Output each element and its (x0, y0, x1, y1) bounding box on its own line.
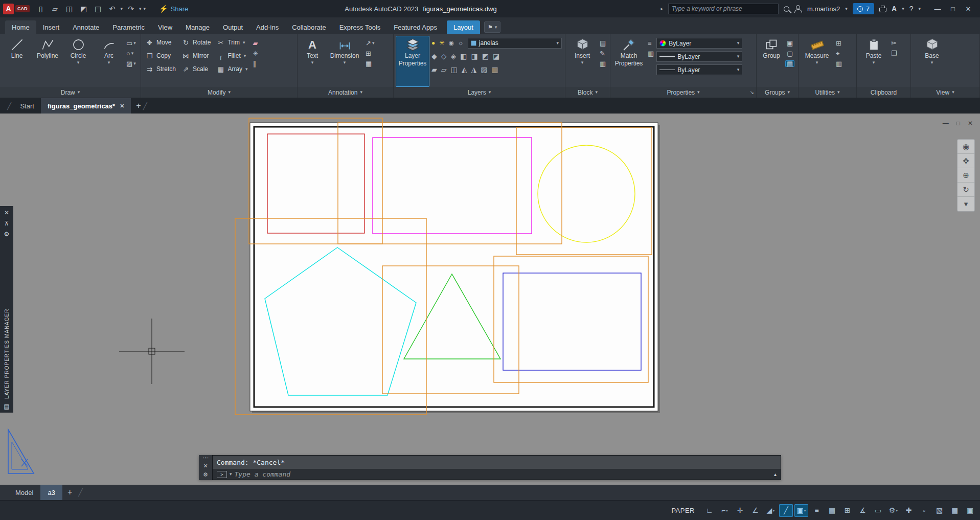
palette-title[interactable]: LAYER PROPERTIES MANAGER (4, 242, 10, 399)
share-button[interactable]: ⚡ Share (159, 5, 188, 13)
layer-tool-icon[interactable]: ◫ (451, 66, 458, 73)
measure-button[interactable]: Measure ▾ (801, 36, 833, 87)
arc-button[interactable]: Arc ▾ (94, 36, 124, 87)
drag-grip-icon[interactable]: ∷∷ (203, 456, 208, 460)
id-point-button[interactable]: ⌖ (834, 50, 844, 57)
layer-tool-icon[interactable]: ▰ (431, 66, 437, 73)
tab-parametric[interactable]: Parametric (106, 20, 151, 34)
tab-home[interactable]: Home (5, 20, 36, 34)
undo-chevron-icon[interactable]: ▾ (121, 7, 123, 11)
layer-properties-button[interactable]: Layer Properties (396, 36, 429, 87)
create-block-button[interactable]: ▤ (598, 40, 607, 47)
workspace-icon[interactable]: ⚙▾ (886, 504, 900, 517)
palette-settings-icon[interactable]: ⚙ (4, 231, 10, 237)
user-avatar-icon[interactable] (794, 5, 802, 13)
user-menu-chevron-icon[interactable]: ▾ (845, 7, 848, 11)
autodesk-app-icon[interactable]: A (892, 5, 897, 13)
tab-addins[interactable]: Add-ins (249, 20, 285, 34)
trial-countdown-badge[interactable]: 7 (853, 3, 874, 14)
array-button[interactable]: ▦Array▾ (214, 62, 250, 76)
save-icon[interactable]: ◫ (63, 5, 76, 12)
polar-tracking-icon[interactable]: ╱ (779, 504, 793, 517)
dynamic-input-icon[interactable]: ✛ (733, 504, 747, 517)
stretch-button[interactable]: ⇉Stretch (143, 62, 178, 76)
rotate-button[interactable]: ↻Rotate (179, 36, 213, 49)
palette-pin-icon[interactable]: ⊼ (5, 220, 9, 227)
offset-button[interactable]: ∥ (252, 60, 260, 67)
tab-collaborate[interactable]: Collaborate (285, 20, 333, 34)
layer-tool-icon[interactable]: ▨ (481, 66, 487, 73)
ribbon-display-options-button[interactable]: ⚑ ▾ (484, 21, 500, 33)
orbit-icon[interactable]: ↻ (958, 183, 974, 197)
dynamic-ucs-icon[interactable]: ▭ (871, 504, 885, 517)
search-icon[interactable] (784, 6, 789, 12)
redo-icon[interactable]: ↷ (125, 5, 137, 12)
linetype-dropdown[interactable]: ByLayer ▾ (656, 64, 742, 75)
layer-tool-icon[interactable]: ◮ (471, 66, 477, 73)
open-file-icon[interactable]: ▱ (49, 5, 61, 12)
object-snap-icon[interactable]: ▣▾ (794, 504, 808, 517)
layer-plot-icon[interactable]: ☼ (458, 40, 464, 46)
layer-freeze-icon[interactable]: ✳ (439, 40, 444, 46)
annotation-scale-icon[interactable]: ✚ (902, 504, 916, 517)
copy-clip-button[interactable]: ❐ (890, 50, 899, 57)
dialog-launcher-icon[interactable]: ↘ (750, 89, 754, 95)
trim-button[interactable]: ✂Trim▾ (214, 36, 250, 49)
group-edit-button[interactable]: ▢ (785, 50, 794, 57)
tab-featured-apps[interactable]: Featured Apps (387, 20, 444, 34)
layer-tool-icon[interactable]: ◨ (471, 53, 478, 60)
table-button[interactable]: ⊞ (364, 50, 376, 57)
help-button[interactable]: ? (909, 5, 914, 13)
layer-lock-icon[interactable]: ◉ (448, 40, 453, 46)
isometric-drafting-icon[interactable]: ◢▾ (764, 504, 778, 517)
quick-properties-icon[interactable]: ▫ (917, 504, 931, 517)
tab-layout-a3[interactable]: a3 (40, 485, 62, 500)
selection-cycling-icon[interactable]: ⊞ (840, 504, 854, 517)
lineweight-icon[interactable]: ≡ (810, 504, 824, 517)
command-expand-icon[interactable]: ▴ (774, 471, 777, 477)
layer-tool-icon[interactable]: ▥ (492, 66, 498, 73)
tab-express-tools[interactable]: Express Tools (333, 20, 388, 34)
view-panel-label[interactable]: View▾ (911, 87, 979, 98)
erase-button[interactable]: ▰ (252, 40, 260, 47)
block-attributes-button[interactable]: ▥ (598, 60, 607, 67)
palette-layers-icon[interactable]: ▤ (4, 403, 9, 410)
layer-tool-icon[interactable]: ◪ (493, 53, 499, 60)
tab-start[interactable]: Start (13, 98, 40, 114)
polyline-button[interactable]: Polyline (33, 36, 62, 87)
block-panel-label[interactable]: Block▾ (565, 87, 610, 98)
rectangle-tool-button[interactable]: ▭▾ (125, 40, 138, 47)
layer-tool-icon[interactable]: ◈ (451, 53, 457, 60)
model-paper-toggle-icon[interactable]: ⌐▾ (718, 504, 732, 517)
minimize-button[interactable]: — (930, 6, 945, 12)
tab-annotate[interactable]: Annotate (66, 20, 106, 34)
tab-insert[interactable]: Insert (36, 20, 66, 34)
properties-list-button[interactable]: ≡ (646, 40, 655, 47)
palette-close-icon[interactable]: ✕ (4, 210, 9, 216)
search-collapse-icon[interactable]: ▸ (660, 7, 663, 11)
layer-tool-icon[interactable]: ◭ (462, 66, 467, 73)
search-input[interactable] (672, 5, 775, 12)
properties-panel-label[interactable]: Properties▾↘ (610, 87, 756, 98)
username[interactable]: m.martins2 (807, 5, 840, 13)
transparency-icon[interactable]: ▤ (825, 504, 839, 517)
match-properties-button[interactable]: Match Properties (612, 36, 645, 87)
tab-layout[interactable]: Layout (447, 20, 480, 34)
pan-icon[interactable]: ✥ (958, 154, 974, 168)
paste-button[interactable]: Paste ▾ (859, 36, 888, 87)
layers-panel-label[interactable]: Layers▾ (394, 87, 565, 98)
quick-select-button[interactable]: ▥ (834, 60, 844, 67)
object-snap-3d-icon[interactable]: ∡ (856, 504, 870, 517)
move-button[interactable]: ✥Move (143, 36, 178, 49)
draw-panel-label[interactable]: Draw▾ (0, 87, 141, 98)
layer-dropdown[interactable]: janelas ▾ (468, 38, 562, 49)
new-drawing-tab-button[interactable]: + (136, 101, 141, 110)
isolate-objects-icon[interactable]: ▧ (932, 504, 946, 517)
command-customize-icon[interactable]: ⚙ (203, 472, 208, 478)
chevron-down-icon[interactable]: ▾ (230, 472, 232, 477)
tab-view[interactable]: View (151, 20, 179, 34)
modify-panel-label[interactable]: Modify▾ (141, 87, 297, 98)
doc-restore-icon[interactable]: □ (956, 120, 960, 127)
recent-commands-icon[interactable]: > (217, 471, 227, 478)
layer-on-icon[interactable]: ● (431, 40, 435, 46)
